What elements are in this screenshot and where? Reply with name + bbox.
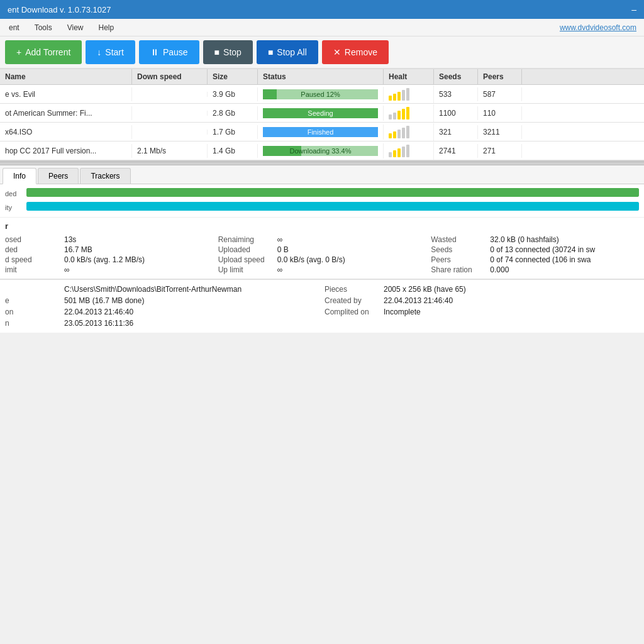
title-bar: ent Download v. 1.0.73.1027 – <box>0 0 644 19</box>
file-val: 22.04.2013 21:46:40 <box>384 296 453 305</box>
info-key: Uploaded <box>218 245 275 254</box>
start-button[interactable]: ↓ Start <box>86 40 135 64</box>
info-key: Wasted <box>431 235 487 244</box>
info-row: osed 13s <box>5 235 213 245</box>
col-status: Status <box>258 69 384 84</box>
add-torrent-button[interactable]: + Add Torrent <box>5 40 82 64</box>
stop-button[interactable]: ■ Stop <box>203 40 253 64</box>
row-downspeed <box>132 130 208 135</box>
menu-tools[interactable]: Tools <box>28 21 58 35</box>
file-col-1: C:\Users\Smith\Downloads\BitTorrent-Arth… <box>5 284 319 329</box>
menu-help[interactable]: Help <box>92 21 121 35</box>
file-row: Pieces 2005 x 256 kB (have 65) <box>325 284 639 295</box>
row-size: 3.9 Gb <box>208 87 258 101</box>
health-bar-3 <box>397 148 401 157</box>
availability-label: ity <box>5 204 23 211</box>
tabs-row: Info Peers Trackers <box>0 165 644 184</box>
row-peers: 271 <box>478 144 522 158</box>
file-key: on <box>5 308 62 316</box>
start-label: Start <box>105 47 124 57</box>
availability-bar-outer <box>26 202 639 211</box>
pause-button[interactable]: ⏸ Pause <box>139 40 199 64</box>
status-badge: Finished <box>263 127 378 137</box>
info-key: imit <box>5 265 62 274</box>
info-row: Share ration 0.000 <box>431 265 639 275</box>
info-val: 32.0 kB (0 hashfails) <box>490 235 558 244</box>
row-name: ot American Summer: Fi... <box>0 106 132 120</box>
file-key: n <box>5 319 62 328</box>
info-row: Peers 0 of 74 connected (106 in swa <box>431 255 639 265</box>
health-bar-1 <box>389 133 392 138</box>
file-row: e 501 MB (16.7 MB done) <box>5 295 319 306</box>
menu-ent[interactable]: ent <box>3 21 26 35</box>
info-key: Renaiming <box>218 235 275 244</box>
row-health <box>384 123 434 141</box>
info-key: osed <box>5 235 62 244</box>
stop-all-button[interactable]: ■ Stop All <box>257 40 318 64</box>
row-status: Downloading 33.4% <box>258 143 384 158</box>
col-size: Size <box>208 69 258 84</box>
tab-trackers[interactable]: Trackers <box>80 168 130 184</box>
downloaded-row: ded <box>5 188 639 199</box>
table-row[interactable]: x64.ISO 1.7 Gb Finished 321 3211 <box>0 123 644 142</box>
tab-info[interactable]: Info <box>3 168 36 184</box>
info-val: ∞ <box>64 265 70 274</box>
downloaded-bar-inner <box>26 188 639 197</box>
window-controls: – <box>631 4 636 14</box>
col-downspeed: Down speed <box>132 69 208 84</box>
file-key: Complited on <box>325 308 381 316</box>
file-grid: C:\Users\Smith\Downloads\BitTorrent-Arth… <box>5 284 639 329</box>
table-row[interactable]: hop CC 2017 Full version... 2.1 Mb/s 1.4… <box>0 142 644 160</box>
row-downspeed <box>132 92 208 97</box>
info-row: Uploaded 0 B <box>218 245 426 255</box>
file-val: C:\Users\Smith\Downloads\BitTorrent-Arth… <box>64 285 242 294</box>
info-val: ∞ <box>277 235 283 244</box>
col-seeds: Seeds <box>434 69 478 84</box>
row-status: Seeding <box>258 106 384 121</box>
health-bar-1 <box>389 152 392 157</box>
info-key: ded <box>5 245 62 254</box>
row-status: Paused 12% <box>258 87 384 102</box>
info-row: d speed 0.0 kB/s (avg. 1.2 MB/s) <box>5 255 213 265</box>
row-size: 2.8 Gb <box>208 106 258 120</box>
health-bar-2 <box>393 113 396 119</box>
row-size: 1.4 Gb <box>208 144 258 158</box>
health-bar-4 <box>402 147 405 157</box>
row-seeds: 1100 <box>434 106 478 120</box>
info-key: Seeds <box>431 245 487 254</box>
tab-peers[interactable]: Peers <box>38 168 79 184</box>
info-val: 0.0 kB/s (avg. 0 B/s) <box>277 255 345 264</box>
row-health <box>384 104 434 122</box>
menu-view[interactable]: View <box>61 21 90 35</box>
file-row: n 23.05.2013 16:11:36 <box>5 318 319 329</box>
file-val: 501 MB (16.7 MB done) <box>64 296 144 305</box>
info-col-1: osed 13s ded 16.7 MB d speed 0.0 kB/s (a… <box>5 235 213 275</box>
info-row: Upload speed 0.0 kB/s (avg. 0 B/s) <box>218 255 426 265</box>
main-layout: Name Down speed Size Status Healt Seeds … <box>0 69 644 644</box>
file-row: Created by 22.04.2013 21:46:40 <box>325 295 639 306</box>
table-row[interactable]: ot American Summer: Fi... 2.8 Gb Seeding… <box>0 104 644 123</box>
remove-button[interactable]: ✕ Remove <box>322 40 389 64</box>
row-health <box>384 142 434 160</box>
health-bar-5 <box>406 126 409 138</box>
app-title: ent Download v. 1.0.73.1027 <box>8 5 111 14</box>
availability-row: ity <box>5 202 639 213</box>
info-key: Share ration <box>431 265 487 274</box>
health-bar-5 <box>406 145 409 157</box>
row-peers: 3211 <box>478 125 522 139</box>
table-header: Name Down speed Size Status Healt Seeds … <box>0 69 644 85</box>
info-row: Seeds 0 of 13 connected (30724 in sw <box>431 245 639 255</box>
downloaded-bar-outer <box>26 188 639 197</box>
info-val: 0 of 13 connected (30724 in sw <box>490 245 595 254</box>
menu-bar: ent Tools View Help www.dvdvideosoft.com <box>0 19 644 36</box>
table-row[interactable]: e vs. Evil 3.9 Gb Paused 12% 533 5 <box>0 85 644 104</box>
downloaded-label: ded <box>5 190 23 197</box>
row-peers: 110 <box>478 106 522 120</box>
add-torrent-label: Add Torrent <box>25 47 70 57</box>
row-seeds: 2741 <box>434 144 478 158</box>
minimize-button[interactable]: – <box>631 4 636 14</box>
info-grid: osed 13s ded 16.7 MB d speed 0.0 kB/s (a… <box>5 235 639 275</box>
website-link[interactable]: www.dvdvideosoft.com <box>560 23 641 32</box>
health-indicator <box>389 88 428 101</box>
file-val: 2005 x 256 kB (have 65) <box>384 285 466 294</box>
